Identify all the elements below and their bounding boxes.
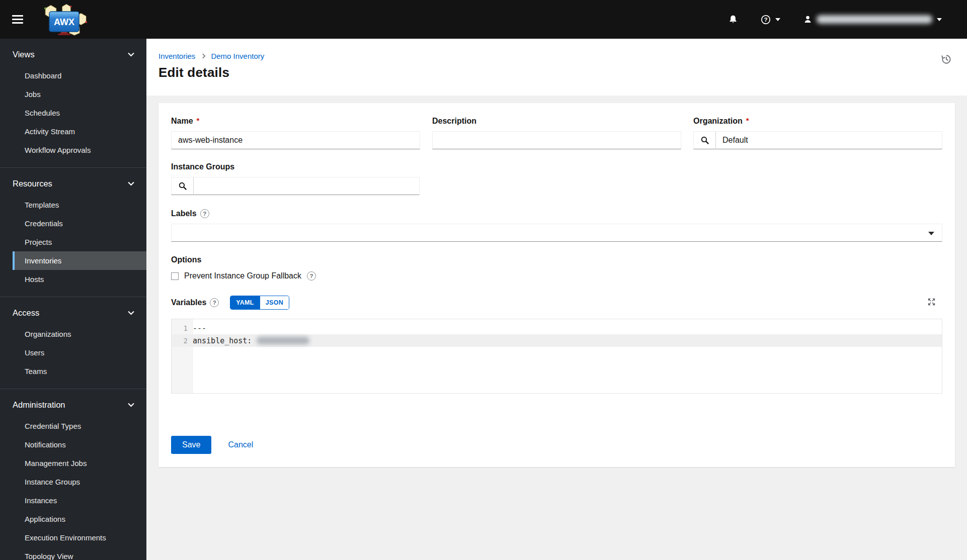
sidebar-item-projects[interactable]: Projects — [13, 233, 146, 251]
sidebar-item-notifications[interactable]: Notifications — [13, 435, 146, 454]
nav-header-administration[interactable]: Administration — [0, 396, 146, 414]
sidebar-item-users[interactable]: Users — [13, 343, 146, 362]
help-icon[interactable]: ? — [200, 209, 209, 218]
help-menu-button[interactable]: ? — [761, 15, 780, 25]
chevron-down-icon — [128, 311, 134, 315]
masthead-actions: ? — [729, 15, 967, 25]
nav-section-resources: Resources Templates Credentials Projects… — [0, 168, 146, 297]
chevron-down-icon — [128, 181, 134, 186]
organization-lookup — [693, 131, 942, 149]
name-label: Name * — [171, 117, 420, 126]
help-icon[interactable]: ? — [307, 271, 316, 281]
user-menu-button[interactable] — [803, 15, 942, 24]
sidebar-item-applications[interactable]: Applications — [13, 510, 146, 528]
cancel-button[interactable]: Cancel — [228, 440, 253, 449]
nav-section-views: Views Dashboard Jobs Schedules Activity … — [0, 39, 146, 168]
breadcrumb-inventories-link[interactable]: Inventories — [158, 52, 195, 60]
organization-label: Organization * — [693, 117, 942, 126]
masthead: AWX ? — [0, 0, 967, 39]
organization-input[interactable] — [716, 131, 942, 149]
sidebar-item-credentials[interactable]: Credentials — [13, 214, 146, 233]
edit-details-form: Name * Description Organization * — [158, 103, 955, 467]
instance-groups-field-group: Instance Groups — [171, 162, 420, 195]
sidebar-item-instance-groups[interactable]: Instance Groups — [13, 473, 146, 491]
history-icon — [941, 54, 952, 65]
save-button[interactable]: Save — [171, 436, 211, 454]
sidebar-item-organizations[interactable]: Organizations — [13, 325, 146, 343]
notifications-bell-button[interactable] — [729, 15, 738, 24]
code-line-2: 2 ansible_host: — [172, 334, 942, 347]
chevron-down-icon — [775, 18, 780, 21]
help-icon[interactable]: ? — [210, 298, 219, 307]
description-field-group: Description — [432, 117, 681, 149]
sidebar-item-topology-view[interactable]: Topology View — [13, 547, 146, 560]
options-group: Options Prevent Instance Group Fallback … — [171, 255, 942, 281]
sidebar-item-workflow-approvals[interactable]: Workflow Approvals — [13, 141, 146, 159]
instance-groups-lookup — [171, 177, 420, 195]
sidebar-item-management-jobs[interactable]: Management Jobs — [13, 454, 146, 473]
nav-header-resources[interactable]: Resources — [0, 175, 146, 193]
sidebar-item-instances[interactable]: Instances — [13, 491, 146, 510]
username-redacted — [817, 15, 932, 24]
description-label: Description — [432, 117, 681, 126]
expand-editor-button[interactable] — [927, 297, 936, 308]
organization-search-button[interactable] — [693, 131, 716, 149]
sidebar-item-dashboard[interactable]: Dashboard — [13, 66, 146, 85]
variables-label: Variables ? — [171, 298, 219, 307]
chevron-down-icon — [128, 52, 134, 57]
bell-icon — [729, 15, 738, 24]
prevent-fallback-label[interactable]: Prevent Instance Group Fallback — [184, 271, 301, 281]
options-label: Options — [171, 255, 942, 264]
instance-groups-label: Instance Groups — [171, 162, 420, 171]
instance-groups-input[interactable] — [194, 177, 420, 195]
history-button[interactable] — [941, 54, 952, 66]
labels-field-group: Labels ? — [171, 209, 942, 242]
search-icon — [179, 182, 187, 190]
sidebar-item-activity-stream[interactable]: Activity Stream — [13, 122, 146, 141]
name-field-group: Name * — [171, 117, 420, 149]
yaml-toggle-button[interactable]: YAML — [230, 296, 259, 309]
sidebar-item-execution-environments[interactable]: Execution Environments — [13, 528, 146, 547]
sidebar-item-credential-types[interactable]: Credential Types — [13, 417, 146, 435]
required-marker: * — [746, 116, 749, 125]
sidebar-item-inventories[interactable]: Inventories — [13, 251, 146, 270]
sidebar-item-jobs[interactable]: Jobs — [13, 85, 146, 104]
nav-header-access[interactable]: Access — [0, 304, 146, 322]
breadcrumb: Inventories Demo Inventory — [158, 52, 954, 60]
variables-code-editor[interactable]: 1 --- 2 ansible_host: — [171, 319, 942, 394]
svg-text:?: ? — [764, 16, 767, 23]
sidebar-item-hosts[interactable]: Hosts — [13, 270, 146, 289]
awx-logo[interactable]: AWX — [37, 4, 90, 36]
code-line-1: 1 --- — [172, 322, 942, 334]
hamburger-icon — [12, 13, 23, 26]
code-text: --- — [193, 324, 206, 333]
chevron-down-icon — [937, 18, 942, 21]
expand-arrows-icon — [927, 297, 936, 307]
labels-label: Labels ? — [171, 209, 942, 218]
nav-toggle-button[interactable] — [0, 0, 35, 39]
instance-groups-search-button[interactable] — [171, 177, 194, 195]
nav-header-views[interactable]: Views — [0, 46, 146, 63]
user-icon — [803, 15, 812, 24]
page-header: Inventories Demo Inventory Edit details — [146, 39, 967, 96]
description-input[interactable] — [432, 131, 681, 149]
breadcrumb-demo-inventory-link[interactable]: Demo Inventory — [211, 52, 264, 60]
svg-text:AWX: AWX — [54, 17, 74, 27]
sidebar-item-schedules[interactable]: Schedules — [13, 104, 146, 122]
main-content: Inventories Demo Inventory Edit details … — [146, 39, 967, 560]
sidebar-item-teams[interactable]: Teams — [13, 362, 146, 381]
awx-logo-icon: AWX — [37, 4, 90, 36]
breadcrumb-separator-icon — [201, 54, 206, 59]
json-toggle-button[interactable]: JSON — [260, 296, 289, 309]
line-number: 2 — [172, 337, 193, 345]
nav-section-administration: Administration Credential Types Notifica… — [0, 389, 146, 560]
form-actions: Save Cancel — [171, 436, 942, 454]
sidebar-item-templates[interactable]: Templates — [13, 196, 146, 214]
name-input[interactable] — [171, 131, 420, 149]
labels-select[interactable] — [171, 224, 942, 242]
line-number: 1 — [172, 324, 193, 332]
variables-group: Variables ? YAML JSON — [171, 296, 942, 394]
prevent-fallback-checkbox[interactable] — [171, 272, 179, 280]
required-marker: * — [197, 116, 200, 125]
page-title: Edit details — [158, 65, 954, 80]
